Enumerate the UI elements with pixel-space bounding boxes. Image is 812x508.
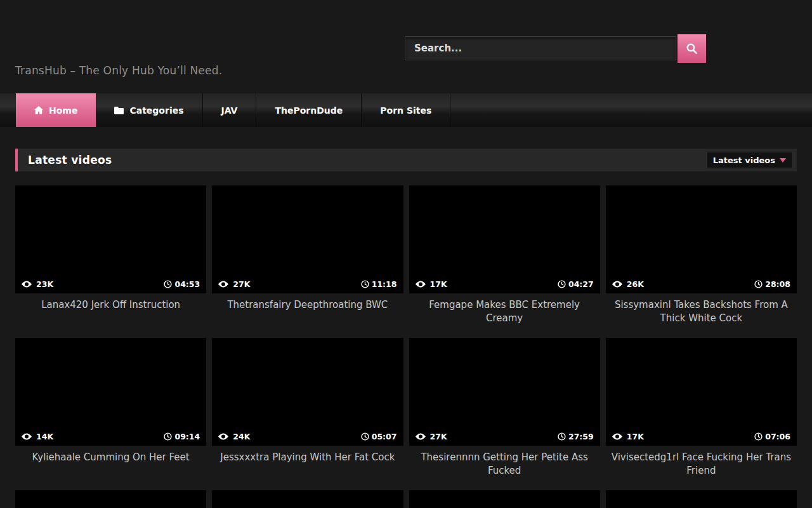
nav-item-label: Porn Sites bbox=[380, 105, 431, 116]
video-meta: 23K04:53 bbox=[15, 274, 206, 293]
eye-icon bbox=[218, 433, 228, 440]
video-thumbnail[interactable] bbox=[15, 490, 206, 508]
nav-item-home[interactable]: Home bbox=[16, 93, 96, 127]
eye-icon bbox=[22, 281, 32, 288]
video-thumbnail[interactable]: 17K07:06 bbox=[606, 338, 797, 446]
video-thumbnail[interactable]: 26K28:08 bbox=[606, 185, 797, 293]
section-title: Latest videos bbox=[28, 154, 112, 166]
folder-icon bbox=[114, 107, 124, 114]
clock-icon bbox=[361, 432, 369, 441]
video-duration: 04:27 bbox=[558, 279, 594, 289]
clock-icon bbox=[164, 432, 172, 441]
video-card[interactable] bbox=[409, 490, 600, 508]
video-card[interactable] bbox=[15, 490, 206, 508]
video-title[interactable]: Thetransfairy Deepthroating BWC bbox=[212, 293, 403, 312]
video-thumbnail[interactable]: 14K09:14 bbox=[15, 338, 206, 446]
nav-item-jav[interactable]: JAV bbox=[203, 93, 257, 127]
section-header: Latest videos Latest videos bbox=[15, 149, 797, 171]
video-card[interactable]: 23K04:53Lanax420 Jerk Off Instruction bbox=[15, 185, 206, 338]
video-grid: 23K04:53Lanax420 Jerk Off Instruction27K… bbox=[15, 185, 797, 508]
video-card[interactable]: 14K09:14Kyliehaale Cumming On Her Feet bbox=[15, 338, 206, 490]
video-meta: 14K09:14 bbox=[15, 427, 206, 446]
clock-icon bbox=[361, 280, 369, 288]
video-duration: 11:18 bbox=[361, 279, 397, 289]
caret-down-icon bbox=[780, 158, 786, 163]
video-duration: 04:53 bbox=[164, 279, 200, 289]
nav-item-label: ThePornDude bbox=[275, 105, 343, 116]
main-nav: HomeCategoriesJAVThePornDudePorn Sites bbox=[0, 93, 812, 127]
view-count: 24K bbox=[218, 432, 250, 441]
video-thumbnail[interactable]: 27K11:18 bbox=[212, 185, 403, 293]
video-card[interactable]: 17K07:06Vivisectedg1rl Face Fucking Her … bbox=[606, 338, 797, 490]
view-count: 27K bbox=[416, 432, 447, 441]
eye-icon bbox=[612, 433, 622, 440]
home-icon bbox=[34, 106, 43, 114]
clock-icon bbox=[558, 432, 566, 441]
view-count: 23K bbox=[22, 279, 53, 289]
video-thumbnail[interactable]: 23K04:53 bbox=[15, 185, 206, 293]
video-meta: 17K04:27 bbox=[409, 274, 600, 293]
search-button[interactable] bbox=[678, 34, 706, 63]
video-card[interactable]: 27K27:59Thesirennnn Getting Her Petite A… bbox=[409, 338, 600, 490]
sort-dropdown[interactable]: Latest videos bbox=[706, 152, 793, 168]
video-title[interactable]: Vivisectedg1rl Face Fucking Her Trans Fr… bbox=[606, 446, 797, 478]
video-thumbnail[interactable] bbox=[606, 490, 797, 508]
clock-icon bbox=[754, 280, 763, 288]
nav-item-label: Categories bbox=[129, 105, 183, 116]
nav-item-theporndude[interactable]: ThePornDude bbox=[256, 93, 362, 127]
search-input[interactable] bbox=[405, 36, 676, 60]
nav-item-label: JAV bbox=[221, 105, 238, 116]
view-count: 26K bbox=[612, 279, 644, 289]
video-card[interactable]: 24K05:07Jessxxxtra Playing With Her Fat … bbox=[212, 338, 403, 490]
eye-icon bbox=[416, 433, 426, 440]
video-duration: 27:59 bbox=[558, 432, 594, 441]
site-tagline: TransHub – The Only Hub You’ll Need. bbox=[15, 64, 222, 77]
video-title[interactable]: Jessxxxtra Playing With Her Fat Cock bbox=[212, 446, 403, 464]
video-thumbnail[interactable]: 17K04:27 bbox=[409, 185, 600, 293]
nav-item-porn-sites[interactable]: Porn Sites bbox=[362, 93, 450, 127]
video-duration: 28:08 bbox=[754, 279, 790, 289]
view-count: 14K bbox=[22, 432, 53, 441]
video-meta: 26K28:08 bbox=[606, 274, 797, 293]
video-title[interactable]: Kyliehaale Cumming On Her Feet bbox=[15, 446, 206, 464]
video-thumbnail[interactable] bbox=[212, 490, 403, 508]
eye-icon bbox=[218, 281, 228, 288]
nav-item-label: Home bbox=[49, 105, 77, 116]
video-card[interactable] bbox=[212, 490, 403, 508]
video-title[interactable]: Thesirennnn Getting Her Petite Ass Fucke… bbox=[409, 446, 600, 478]
view-count: 17K bbox=[612, 432, 644, 441]
nav-item-categories[interactable]: Categories bbox=[96, 93, 202, 127]
video-title[interactable]: Lanax420 Jerk Off Instruction bbox=[15, 293, 206, 312]
video-card[interactable]: 27K11:18Thetransfairy Deepthroating BWC bbox=[212, 185, 403, 338]
video-meta: 17K07:06 bbox=[606, 427, 797, 446]
clock-icon bbox=[164, 280, 172, 288]
search-icon bbox=[686, 43, 698, 55]
view-count: 17K bbox=[416, 279, 447, 289]
video-duration: 07:06 bbox=[754, 432, 790, 441]
site-header: TransHub – The Only Hub You’ll Need. bbox=[0, 0, 812, 93]
video-duration: 09:14 bbox=[164, 432, 200, 441]
video-card[interactable] bbox=[606, 490, 797, 508]
video-card[interactable]: 26K28:08Sissymaxinl Takes Backshots From… bbox=[606, 185, 797, 338]
video-duration: 05:07 bbox=[361, 432, 397, 441]
video-thumbnail[interactable]: 27K27:59 bbox=[409, 338, 600, 446]
video-meta: 27K27:59 bbox=[409, 427, 600, 446]
video-meta: 24K05:07 bbox=[212, 427, 403, 446]
clock-icon bbox=[558, 280, 566, 288]
video-thumbnail[interactable]: 24K05:07 bbox=[212, 338, 403, 446]
video-meta: 27K11:18 bbox=[212, 274, 403, 293]
sort-dropdown-label: Latest videos bbox=[713, 156, 775, 165]
video-card[interactable]: 17K04:27Femgape Makes BBC Extremely Crea… bbox=[409, 185, 600, 338]
main-content: Latest videos Latest videos 23K04:53Lana… bbox=[0, 149, 812, 508]
video-title[interactable]: Sissymaxinl Takes Backshots From A Thick… bbox=[606, 293, 797, 325]
eye-icon bbox=[612, 281, 622, 288]
search-bar bbox=[405, 34, 706, 63]
clock-icon bbox=[754, 432, 763, 441]
eye-icon bbox=[22, 433, 32, 440]
video-thumbnail[interactable] bbox=[409, 490, 600, 508]
video-title[interactable]: Femgape Makes BBC Extremely Creamy bbox=[409, 293, 600, 325]
eye-icon bbox=[416, 281, 426, 288]
view-count: 27K bbox=[218, 279, 250, 289]
